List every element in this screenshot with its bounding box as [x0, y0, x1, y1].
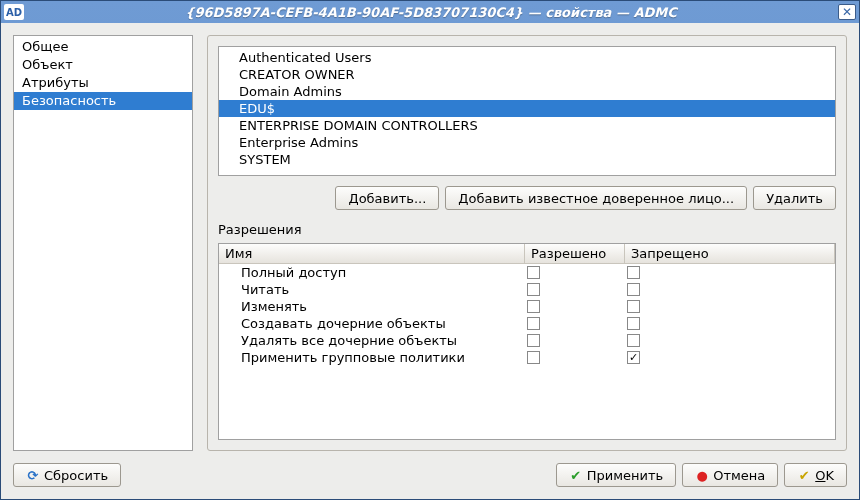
principal-row[interactable]: CREATOR OWNER: [219, 66, 835, 83]
column-name[interactable]: Имя: [219, 244, 525, 263]
principal-row[interactable]: ENTERPRISE DOMAIN CONTROLLERS: [219, 117, 835, 134]
deny-checkbox[interactable]: [627, 266, 640, 279]
ok-button[interactable]: ✔ OK: [784, 463, 847, 487]
sidebar: ОбщееОбъектАтрибутыБезопасность: [13, 35, 193, 451]
deny-checkbox[interactable]: [627, 334, 640, 347]
refresh-icon: ⟳: [26, 468, 40, 483]
ok-icon: ✔: [797, 468, 811, 483]
permission-allow-cell: [525, 351, 625, 364]
allow-checkbox[interactable]: [527, 266, 540, 279]
permissions-body: Полный доступЧитатьИзменятьСоздавать доч…: [219, 264, 835, 439]
principal-row[interactable]: Enterprise Admins: [219, 134, 835, 151]
permission-deny-cell: [625, 317, 835, 330]
permission-allow-cell: [525, 334, 625, 347]
allow-checkbox[interactable]: [527, 334, 540, 347]
permission-allow-cell: [525, 266, 625, 279]
window: AD {96D5897A-CEFB-4A1B-90AF-5D83707130C4…: [0, 0, 860, 500]
reset-button-label: Сбросить: [44, 468, 108, 483]
permission-row: Читать: [219, 281, 835, 298]
permissions-label: Разрешения: [218, 222, 836, 237]
cancel-button[interactable]: ● Отмена: [682, 463, 778, 487]
deny-checkbox[interactable]: [627, 317, 640, 330]
permission-allow-cell: [525, 283, 625, 296]
window-title: {96D5897A-CEFB-4A1B-90AF-5D83707130C4} —…: [24, 5, 838, 20]
sidebar-tab[interactable]: Атрибуты: [14, 74, 192, 92]
deny-checkbox[interactable]: ✓: [627, 351, 640, 364]
permission-row: Создавать дочерние объекты: [219, 315, 835, 332]
apply-button-label: Применить: [587, 468, 663, 483]
permission-allow-cell: [525, 317, 625, 330]
apply-button[interactable]: ✔ Применить: [556, 463, 676, 487]
add-button[interactable]: Добавить...: [335, 186, 439, 210]
remove-button[interactable]: Удалить: [753, 186, 836, 210]
permission-deny-cell: [625, 283, 835, 296]
close-button[interactable]: ✕: [838, 4, 856, 20]
principal-row[interactable]: Authenticated Users: [219, 49, 835, 66]
permissions-table: Имя Разрешено Запрещено Полный доступЧит…: [218, 243, 836, 440]
sidebar-tab[interactable]: Общее: [14, 38, 192, 56]
footer-spacer: [127, 463, 550, 487]
column-deny[interactable]: Запрещено: [625, 244, 835, 263]
permission-deny-cell: ✓: [625, 351, 835, 364]
titlebar: AD {96D5897A-CEFB-4A1B-90AF-5D83707130C4…: [1, 1, 859, 23]
permission-deny-cell: [625, 300, 835, 313]
permission-row: Удалять все дочерние объекты: [219, 332, 835, 349]
cancel-button-label: Отмена: [713, 468, 765, 483]
stop-icon: ●: [695, 468, 709, 483]
permission-allow-cell: [525, 300, 625, 313]
permission-name: Читать: [219, 282, 525, 297]
permission-deny-cell: [625, 334, 835, 347]
principals-button-row: Добавить... Добавить известное доверенно…: [218, 186, 836, 210]
principals-list[interactable]: Authenticated UsersCREATOR OWNERDomain A…: [218, 46, 836, 176]
footer: ⟳ Сбросить ✔ Применить ● Отмена ✔ OK: [1, 459, 859, 499]
deny-checkbox[interactable]: [627, 283, 640, 296]
permission-name: Удалять все дочерние объекты: [219, 333, 525, 348]
permission-deny-cell: [625, 266, 835, 279]
allow-checkbox[interactable]: [527, 351, 540, 364]
body: ОбщееОбъектАтрибутыБезопасность Authenti…: [1, 23, 859, 459]
sidebar-tab[interactable]: Безопасность: [14, 92, 192, 110]
content: ОбщееОбъектАтрибутыБезопасность Authenti…: [1, 23, 859, 499]
app-icon: AD: [4, 4, 24, 20]
allow-checkbox[interactable]: [527, 283, 540, 296]
sidebar-tab[interactable]: Объект: [14, 56, 192, 74]
permission-row: Полный доступ: [219, 264, 835, 281]
permission-name: Полный доступ: [219, 265, 525, 280]
column-allow[interactable]: Разрешено: [525, 244, 625, 263]
principal-row[interactable]: SYSTEM: [219, 151, 835, 168]
ok-button-label: OK: [815, 468, 834, 483]
permissions-header: Имя Разрешено Запрещено: [219, 244, 835, 264]
permission-row: Изменять: [219, 298, 835, 315]
principal-row[interactable]: Domain Admins: [219, 83, 835, 100]
permission-name: Применить групповые политики: [219, 350, 525, 365]
add-well-known-button[interactable]: Добавить известное доверенное лицо...: [445, 186, 747, 210]
deny-checkbox[interactable]: [627, 300, 640, 313]
main-panel: Authenticated UsersCREATOR OWNERDomain A…: [207, 35, 847, 451]
allow-checkbox[interactable]: [527, 317, 540, 330]
principal-row[interactable]: EDU$: [219, 100, 835, 117]
reset-button[interactable]: ⟳ Сбросить: [13, 463, 121, 487]
permission-name: Изменять: [219, 299, 525, 314]
check-icon: ✔: [569, 468, 583, 483]
allow-checkbox[interactable]: [527, 300, 540, 313]
permission-name: Создавать дочерние объекты: [219, 316, 525, 331]
close-icon: ✕: [842, 5, 852, 19]
permission-row: Применить групповые политики✓: [219, 349, 835, 366]
